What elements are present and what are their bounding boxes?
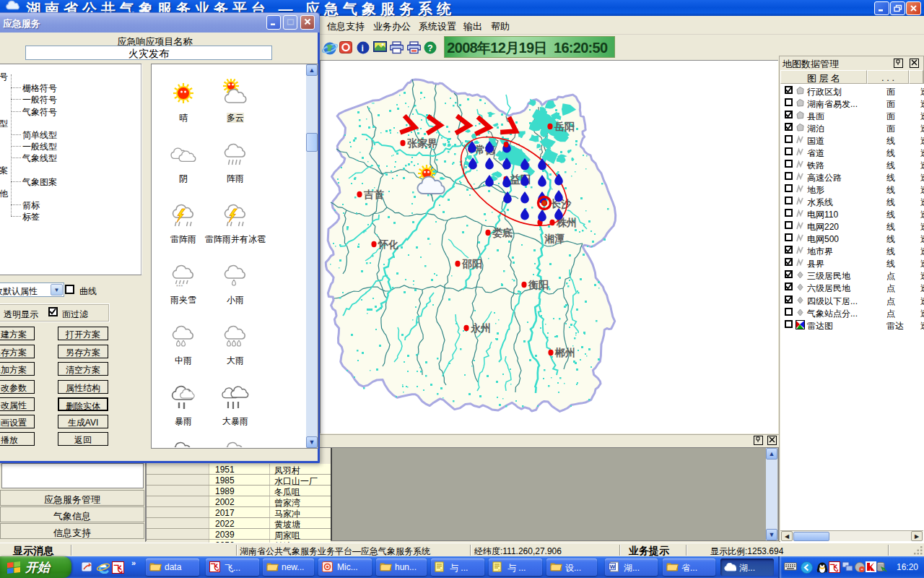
svg-text:邵阳: 邵阳: [461, 258, 482, 269]
svg-text:i: i: [362, 43, 364, 53]
svg-text:郴州: 郴州: [554, 347, 575, 358]
svg-text:* * *: * * *: [176, 284, 183, 289]
svg-text:衡阳: 衡阳: [528, 279, 549, 290]
svg-text:湘潭: 湘潭: [544, 233, 565, 244]
svg-text:吉首: 吉首: [363, 189, 384, 200]
svg-text:怀化: 怀化: [378, 238, 398, 250]
svg-text:永州: 永州: [470, 322, 491, 334]
svg-text:岳阳: 岳阳: [554, 121, 575, 132]
svg-text:张家界: 张家界: [407, 137, 437, 149]
svg-text:飞: 飞: [829, 564, 838, 572]
svg-text:娄底: 娄底: [492, 227, 513, 238]
svg-text:飞: 飞: [114, 564, 123, 574]
svg-text:飞: 飞: [210, 563, 219, 571]
svg-text:?: ?: [427, 43, 433, 53]
svg-text:W: W: [610, 564, 616, 570]
